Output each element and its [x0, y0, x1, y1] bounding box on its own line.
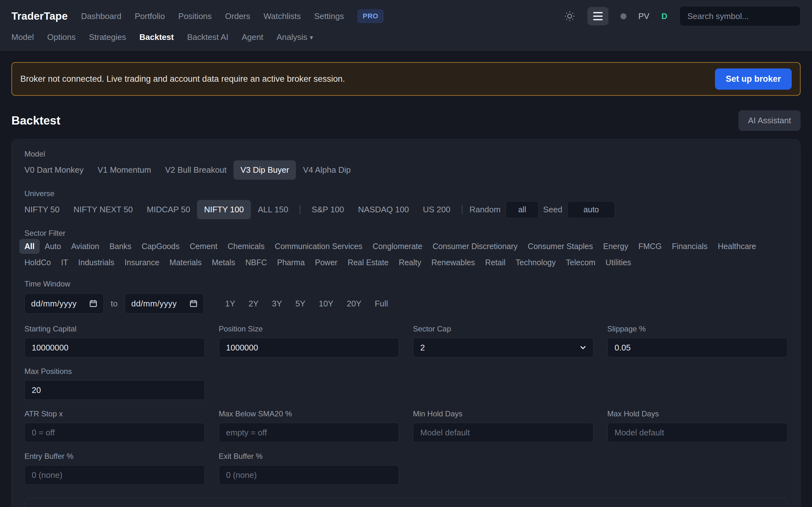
page-title: Backtest: [11, 114, 60, 127]
min-hold-days-input[interactable]: [413, 423, 594, 442]
range-button-3y[interactable]: 3Y: [265, 296, 289, 312]
position-size-input[interactable]: [219, 338, 399, 357]
chevron-down-icon: ▾: [310, 34, 313, 41]
sector-chip-real-estate[interactable]: Real Estate: [343, 255, 394, 270]
nav-item-dashboard[interactable]: Dashboard: [81, 11, 121, 21]
sector-chip-conglomerate[interactable]: Conglomerate: [368, 239, 427, 254]
sector-chip-communication-services[interactable]: Communication Services: [270, 239, 368, 254]
universe-tab-niftynext50[interactable]: NIFTY NEXT 50: [67, 200, 140, 219]
sector-chip-banks[interactable]: Banks: [104, 239, 136, 254]
entry-buffer-field: Entry Buffer %: [24, 452, 205, 485]
subnav-item-options[interactable]: Options: [47, 32, 76, 42]
exit-buffer-input[interactable]: [219, 465, 399, 485]
sector-chip-energy[interactable]: Energy: [598, 239, 633, 254]
sector-chip-renewables[interactable]: Renewables: [426, 255, 480, 270]
atr-stop-field: ATR Stop x: [24, 409, 205, 442]
universe-tab-us200[interactable]: US 200: [416, 200, 457, 219]
subnav-item-agent[interactable]: Agent: [242, 32, 263, 42]
date-to-input[interactable]: dd/mm/yyyy: [125, 293, 204, 314]
model-tab-v4[interactable]: V4 Alpha Dip: [296, 160, 357, 180]
top-navigation-bar: TraderTape Dashboard Portfolio Positions…: [0, 0, 812, 32]
sector-chip-it[interactable]: IT: [56, 255, 73, 270]
nav-item-positions[interactable]: Positions: [178, 11, 212, 21]
universe-tab-nifty100[interactable]: NIFTY 100: [197, 200, 251, 219]
universe-tab-midcap50[interactable]: MIDCAP 50: [140, 200, 197, 219]
range-button-1y[interactable]: 1Y: [218, 296, 242, 312]
sector-chip-realty[interactable]: Realty: [394, 255, 426, 270]
sector-chip-consumer-staples[interactable]: Consumer Staples: [523, 239, 598, 254]
sector-chip-power[interactable]: Power: [310, 255, 343, 270]
sector-chip-auto[interactable]: Auto: [40, 239, 66, 254]
nav-item-watchlists[interactable]: Watchlists: [264, 11, 301, 21]
model-section: Model V0 Dart Monkey V1 Momentum V2 Bull…: [24, 150, 788, 180]
calendar-icon: [89, 299, 98, 308]
subnav-item-backtest[interactable]: Backtest: [140, 32, 174, 42]
theme-toggle-button[interactable]: [564, 10, 575, 22]
sector-chip-holdco[interactable]: HoldCo: [19, 255, 56, 270]
ai-assistant-button[interactable]: AI Assistant: [739, 110, 801, 131]
subnav-item-analysis[interactable]: Analysis ▾: [276, 32, 313, 42]
sector-chip-materials[interactable]: Materials: [164, 255, 206, 270]
slippage-input[interactable]: [607, 338, 788, 357]
quick-range-buttons: 1Y 2Y 3Y 5Y 10Y 20Y Full: [218, 296, 395, 312]
universe-tab-sp100[interactable]: S&P 100: [305, 200, 351, 219]
sector-chip-fmcg[interactable]: FMCG: [633, 239, 667, 254]
max-hold-days-input[interactable]: [607, 423, 788, 442]
model-tab-v2[interactable]: V2 Bull Breakout: [158, 160, 234, 180]
range-button-10y[interactable]: 10Y: [312, 296, 340, 312]
range-button-5y[interactable]: 5Y: [289, 296, 312, 312]
sector-chip-metals[interactable]: Metals: [207, 255, 241, 270]
random-input[interactable]: [506, 201, 539, 218]
sector-chip-financials[interactable]: Financials: [667, 239, 713, 254]
range-button-20y[interactable]: 20Y: [340, 296, 368, 312]
date-from-input[interactable]: dd/mm/yyyy: [24, 293, 104, 314]
backtest-config-card: Model V0 Dart Monkey V1 Momentum V2 Bull…: [11, 139, 801, 507]
nav-item-settings[interactable]: Settings: [314, 11, 344, 21]
entry-buffer-input[interactable]: [24, 465, 205, 485]
subnav-item-backtest-ai[interactable]: Backtest AI: [187, 32, 229, 42]
nav-item-orders[interactable]: Orders: [225, 11, 250, 21]
position-size-field: Position Size: [219, 325, 399, 357]
sector-chip-capgoods[interactable]: CapGoods: [136, 239, 185, 254]
range-button-2y[interactable]: 2Y: [242, 296, 265, 312]
model-tab-v3[interactable]: V3 Dip Buyer: [234, 160, 296, 180]
app-logo[interactable]: TraderTape: [11, 10, 67, 22]
sector-chip-industrials[interactable]: Industrials: [73, 255, 119, 270]
account-badge[interactable]: D: [661, 11, 667, 21]
sector-chip-telecom[interactable]: Telecom: [561, 255, 600, 270]
seed-input[interactable]: [567, 201, 615, 218]
sector-chip-pharma[interactable]: Pharma: [272, 255, 310, 270]
sector-chip-utilities[interactable]: Utilities: [600, 255, 636, 270]
atr-stop-input[interactable]: [24, 423, 205, 442]
max-positions-input[interactable]: [24, 380, 205, 400]
title-row: Backtest AI Assistant: [11, 110, 801, 131]
menu-button[interactable]: [588, 7, 608, 25]
menu-icon: [593, 12, 603, 13]
universe-tab-nifty50[interactable]: NIFTY 50: [17, 200, 67, 219]
subnav-item-strategies[interactable]: Strategies: [89, 32, 126, 42]
universe-tab-all150[interactable]: ALL 150: [251, 200, 295, 219]
sector-chips-row-1: All Auto Aviation Banks CapGoods Cement …: [19, 239, 788, 254]
sector-chip-cement[interactable]: Cement: [185, 239, 223, 254]
search-input[interactable]: [679, 6, 801, 26]
subnav-item-model[interactable]: Model: [11, 32, 34, 42]
starting-capital-input[interactable]: [24, 338, 205, 357]
sector-chip-retail[interactable]: Retail: [480, 255, 511, 270]
setup-broker-button[interactable]: Set up broker: [715, 68, 792, 90]
sector-chip-insurance[interactable]: Insurance: [119, 255, 165, 270]
universe-tab-nasdaq100[interactable]: NASDAQ 100: [351, 200, 416, 219]
max-below-sma20-input[interactable]: [219, 423, 399, 442]
user-initials[interactable]: PV: [639, 11, 650, 21]
sector-chip-aviation[interactable]: Aviation: [66, 239, 104, 254]
sector-chip-all[interactable]: All: [19, 239, 40, 254]
sector-chip-consumer-discretionary[interactable]: Consumer Discretionary: [427, 239, 523, 254]
sector-chip-technology[interactable]: Technology: [511, 255, 561, 270]
sector-chip-healthcare[interactable]: Healthcare: [713, 239, 761, 254]
nav-item-portfolio[interactable]: Portfolio: [135, 11, 165, 21]
range-button-full[interactable]: Full: [368, 296, 395, 312]
model-tab-v1[interactable]: V1 Momentum: [90, 160, 158, 180]
sector-chip-chemicals[interactable]: Chemicals: [222, 239, 270, 254]
sector-cap-select[interactable]: 2: [413, 338, 594, 357]
sector-chip-nbfc[interactable]: NBFC: [240, 255, 272, 270]
model-tab-v0[interactable]: V0 Dart Monkey: [17, 160, 90, 180]
